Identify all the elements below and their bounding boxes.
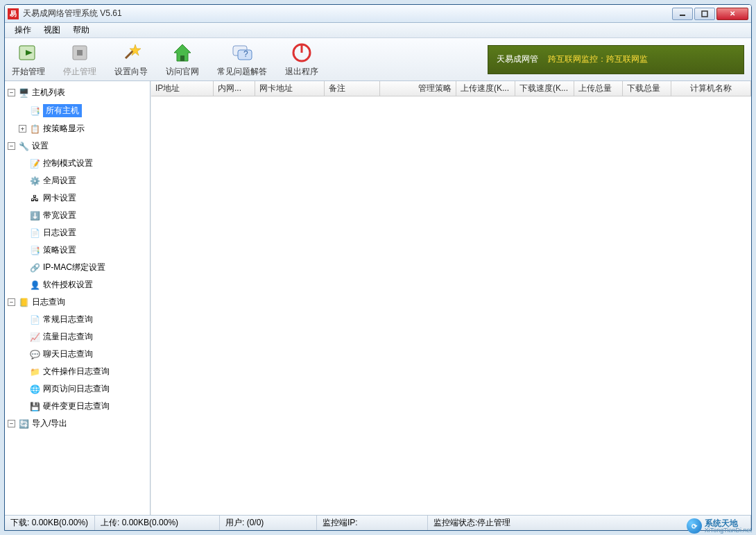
col-downtotal[interactable]: 下载总量 xyxy=(623,81,671,96)
tree-fileop-log[interactable]: 📁文件操作日志查询 xyxy=(5,363,150,380)
tree-ipmac-settings[interactable]: 🔗IP-MAC绑定设置 xyxy=(5,259,150,276)
stop-manage-label: 停止管理 xyxy=(63,66,96,78)
wizard-label: 设置向导 xyxy=(114,66,148,78)
exit-button[interactable]: 退出程序 xyxy=(285,42,318,78)
transfer-icon: 🔄 xyxy=(18,418,29,430)
collapse-icon[interactable]: − xyxy=(8,89,15,96)
maximize-button[interactable] xyxy=(694,8,715,20)
app-icon: 易 xyxy=(8,8,19,19)
file-icon: 📁 xyxy=(29,366,40,377)
tree-hw-log[interactable]: 💾硬件变更日志查询 xyxy=(5,398,150,415)
window-title: 天易成网络管理系统 V5.61 xyxy=(23,8,122,19)
key-icon: 👤 xyxy=(29,280,40,291)
main-panel: IP地址 内网... 网卡地址 备注 管理策略 上传速度(K... 下载速度(K… xyxy=(151,81,751,515)
tree-all-hosts[interactable]: 📑 所有主机 xyxy=(5,101,150,120)
computer-icon: 🖥️ xyxy=(18,87,29,99)
start-manage-label: 开始管理 xyxy=(12,66,45,78)
list-icon: 📑 xyxy=(29,105,40,117)
doc-icon: 📄 xyxy=(29,314,40,325)
tree-import-export[interactable]: − 🔄 导入/导出 xyxy=(5,415,150,432)
col-downspeed[interactable]: 下载速度(K... xyxy=(515,81,574,96)
window-controls: ✕ xyxy=(672,8,748,20)
web-icon: 🌐 xyxy=(29,384,40,395)
tree-log-settings[interactable]: 📄日志设置 xyxy=(5,224,150,241)
tree-logs[interactable]: − 📒 日志查询 xyxy=(5,294,150,311)
col-internal[interactable]: 内网... xyxy=(214,81,255,96)
globe-icon: ⚙️ xyxy=(29,176,40,187)
banner: 天易成网管 跨互联网监控：跨互联网监 xyxy=(488,45,744,74)
table-header: IP地址 内网... 网卡地址 备注 管理策略 上传速度(K... 下载速度(K… xyxy=(151,81,751,96)
tree-hosts[interactable]: − 🖥️ 主机列表 xyxy=(5,84,150,101)
toolbar: 开始管理 停止管理 设置向导 访问官网 ? 常见问题解答 xyxy=(5,38,751,81)
website-button[interactable]: 访问官网 xyxy=(166,42,199,78)
start-manage-button[interactable]: 开始管理 xyxy=(12,42,45,78)
col-uptotal[interactable]: 上传总量 xyxy=(574,81,623,96)
status-monitor-ip: 监控端IP: xyxy=(317,516,428,530)
faq-button[interactable]: ? 常见问题解答 xyxy=(217,42,267,78)
status-monitor-state: 监控端状态:停止管理 xyxy=(428,516,751,530)
tree-settings[interactable]: − 🔧 设置 xyxy=(5,137,150,155)
tree-license-settings[interactable]: 👤软件授权设置 xyxy=(5,276,150,294)
col-mac[interactable]: 网卡地址 xyxy=(255,81,325,96)
svg-rect-5 xyxy=(77,50,83,56)
link-icon: 🔗 xyxy=(29,262,40,273)
status-upload: 上传: 0.00KB(0.00%) xyxy=(95,516,220,530)
col-remark[interactable]: 备注 xyxy=(325,81,380,96)
log-icon: 📄 xyxy=(29,228,40,239)
stop-manage-button: 停止管理 xyxy=(63,42,96,78)
content-area: − 🖥️ 主机列表 📑 所有主机 + 📋 按策略显示 − 🔧 xyxy=(5,81,751,515)
collapse-icon[interactable]: − xyxy=(8,420,15,427)
svg-rect-1 xyxy=(702,11,707,17)
menu-view[interactable]: 视图 xyxy=(38,23,66,37)
banner-slogan: 跨互联网监控：跨互联网监 xyxy=(548,53,648,65)
tree-bandwidth-settings[interactable]: ⬇️带宽设置 xyxy=(5,207,150,224)
svg-text:?: ? xyxy=(243,49,248,59)
stop-icon xyxy=(69,42,91,64)
col-pcname[interactable]: 计算机名称 xyxy=(671,81,751,96)
tree-control-mode[interactable]: 📝控制模式设置 xyxy=(5,155,150,172)
tree-nic-settings[interactable]: 🖧网卡设置 xyxy=(5,189,150,207)
chat-icon: ? xyxy=(231,42,253,64)
tree-general-log[interactable]: 📄常规日志查询 xyxy=(5,311,150,328)
gear-icon: 📝 xyxy=(29,158,40,169)
nav-tree: − 🖥️ 主机列表 📑 所有主机 + 📋 按策略显示 − 🔧 xyxy=(5,84,150,432)
statusbar: 下载: 0.00KB(0.00%) 上传: 0.00KB(0.00%) 用户: … xyxy=(5,515,751,530)
power-icon xyxy=(291,42,313,64)
chart-icon: 📈 xyxy=(29,332,40,343)
collapse-icon[interactable]: − xyxy=(8,298,15,306)
tree-policy-settings[interactable]: 📑策略设置 xyxy=(5,241,150,259)
wand-icon xyxy=(120,42,142,64)
col-upspeed[interactable]: 上传速度(K... xyxy=(456,81,515,96)
collapse-icon[interactable]: − xyxy=(8,142,15,150)
app-window: 易 天易成网络管理系统 V5.61 ✕ 操作 视图 帮助 开始管理 xyxy=(4,4,752,531)
menu-help[interactable]: 帮助 xyxy=(67,23,95,37)
status-download: 下载: 0.00KB(0.00%) xyxy=(5,516,95,530)
speed-icon: ⬇️ xyxy=(29,210,40,221)
close-button[interactable]: ✕ xyxy=(716,8,748,20)
tree-global-settings[interactable]: ⚙️全局设置 xyxy=(5,172,150,189)
tree-traffic-log[interactable]: 📈流量日志查询 xyxy=(5,328,150,346)
logbook-icon: 📒 xyxy=(18,297,29,308)
faq-label: 常见问题解答 xyxy=(217,66,267,78)
menu-operate[interactable]: 操作 xyxy=(9,23,37,37)
sidebar[interactable]: − 🖥️ 主机列表 📑 所有主机 + 📋 按策略显示 − 🔧 xyxy=(5,81,151,515)
policy-icon: 📋 xyxy=(29,124,40,135)
banner-brand: 天易成网管 xyxy=(497,53,538,65)
expand-icon[interactable]: + xyxy=(19,125,26,133)
menubar: 操作 视图 帮助 xyxy=(5,23,751,38)
col-policy[interactable]: 管理策略 xyxy=(380,81,456,96)
tree-web-log[interactable]: 🌐网页访问日志查询 xyxy=(5,380,150,398)
minimize-button[interactable] xyxy=(672,8,693,20)
titlebar: 易 天易成网络管理系统 V5.61 ✕ xyxy=(5,5,751,23)
tree-by-policy[interactable]: + 📋 按策略显示 xyxy=(5,120,150,137)
status-users: 用户: (0/0) xyxy=(220,516,317,530)
col-ip[interactable]: IP地址 xyxy=(151,81,214,96)
nic-icon: 🖧 xyxy=(29,193,40,204)
wrench-icon: 🔧 xyxy=(18,141,29,152)
chip-icon: 💾 xyxy=(29,401,40,412)
table-body[interactable] xyxy=(151,96,751,515)
home-icon xyxy=(171,42,194,64)
wizard-button[interactable]: 设置向导 xyxy=(114,42,148,78)
tree-chat-log[interactable]: 💬聊天日志查询 xyxy=(5,346,150,363)
chat-icon: 💬 xyxy=(29,349,40,360)
